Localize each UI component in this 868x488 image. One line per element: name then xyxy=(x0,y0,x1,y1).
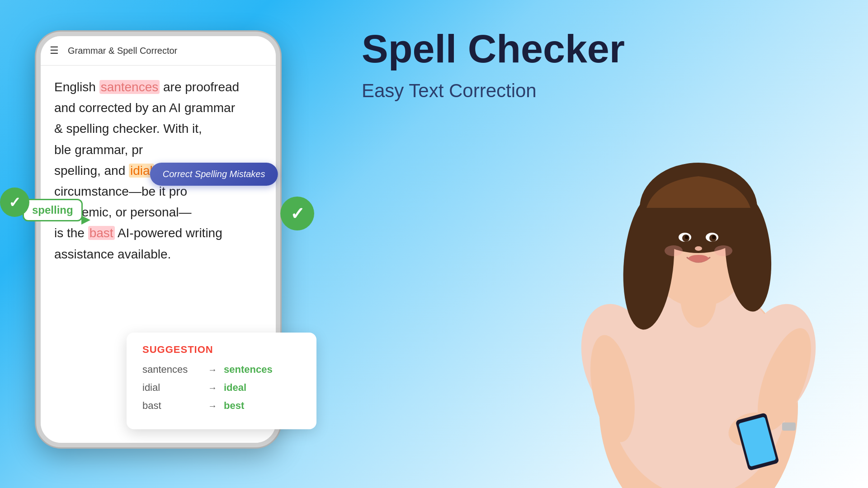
suggestion-row-3: bast → best xyxy=(142,400,301,412)
text-line3: & spelling checker. With it, xyxy=(54,118,262,139)
spelling-bubble: spelling xyxy=(23,199,83,221)
correct-word-2: ideal xyxy=(224,382,246,394)
left-section: ✓ ☰ Grammar & Spell Corrector English sa… xyxy=(0,0,326,488)
suggestion-row-2: idial → ideal xyxy=(142,382,301,394)
app-subtitle: Easy Text Correction xyxy=(362,80,537,102)
svg-point-24 xyxy=(714,245,732,256)
text-line4: ble grammar, pr xyxy=(54,140,262,160)
right-section: Spell Checker Easy Text Correction xyxy=(326,0,868,488)
wrong-word-2: idial xyxy=(142,382,201,394)
hamburger-icon[interactable]: ☰ xyxy=(50,45,59,56)
phone-top-bar: ☰ Grammar & Spell Corrector xyxy=(41,36,276,66)
correct-spelling-button[interactable]: Correct Spelling Mistakes xyxy=(150,163,278,186)
correct-word-3: best xyxy=(224,400,244,412)
text-spelling-and: spelling, and xyxy=(54,164,129,178)
arrow-icon-2: → xyxy=(208,383,217,393)
wrong-word-1: santences xyxy=(142,364,201,375)
green-check-right-icon: ✓ xyxy=(280,197,314,230)
svg-point-20 xyxy=(712,235,716,239)
text-are-proofread: are proofread xyxy=(160,80,239,94)
error-santences: santences xyxy=(99,80,160,94)
svg-point-22 xyxy=(695,246,702,251)
error-bast: bast xyxy=(88,226,115,240)
text-is-the: is the xyxy=(54,226,88,240)
svg-point-19 xyxy=(685,235,689,239)
green-check-left-icon: ✓ xyxy=(0,188,29,217)
svg-point-23 xyxy=(665,245,683,256)
arrow-icon-1: → xyxy=(208,365,217,375)
suggestion-row-1: santences → sentences xyxy=(142,364,301,375)
phone-wrapper: ✓ ☰ Grammar & Spell Corrector English sa… xyxy=(36,32,289,456)
arrow-icon-3: → xyxy=(208,401,217,411)
suggestion-card: SUGGESTION santences → sentences idial →… xyxy=(127,333,316,429)
text-english: English xyxy=(54,80,99,94)
text-assistance: assistance available. xyxy=(54,244,262,265)
text-line2: and corrected by an AI grammar xyxy=(54,98,262,118)
svg-rect-9 xyxy=(782,422,796,431)
correct-word-1: sentences xyxy=(224,364,273,375)
wrong-word-3: bast xyxy=(142,400,201,412)
spelling-bubble-text: spelling xyxy=(32,204,73,216)
text-ai-powered: AI-powered writing xyxy=(115,226,222,240)
svg-point-21 xyxy=(689,255,708,262)
phone-app-title: Grammar & Spell Corrector xyxy=(68,46,177,56)
suggestion-title: SUGGESTION xyxy=(142,344,301,356)
woman-image xyxy=(529,36,868,488)
